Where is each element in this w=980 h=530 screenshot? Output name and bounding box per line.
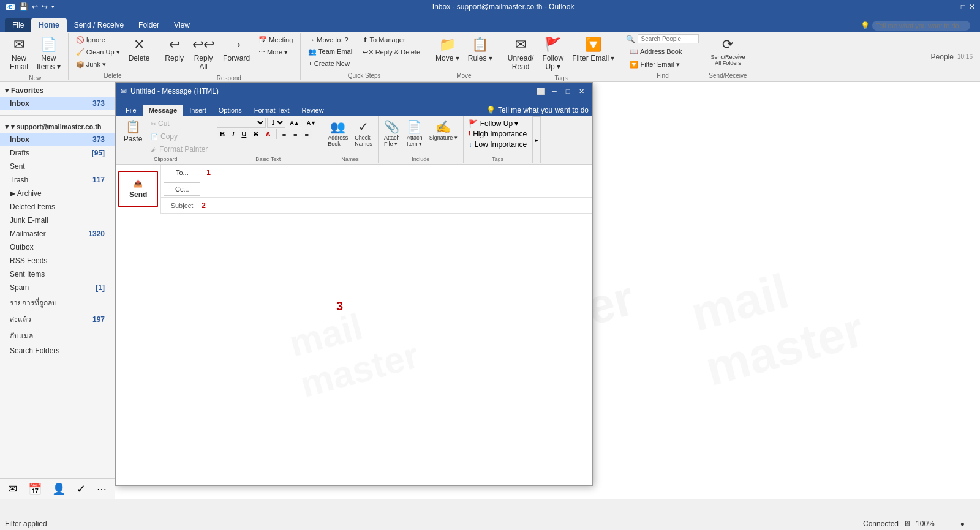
sidebar-item-junk[interactable]: Junk E-mail [0, 214, 115, 227]
compose-min-btn[interactable]: ─ [548, 86, 560, 97]
search-people-input[interactable] [638, 34, 699, 43]
sidebar-item-inbox-fav[interactable]: Inbox 373 [0, 97, 115, 110]
favorites-header[interactable]: ▾ Favorites [0, 84, 115, 97]
nav-calendar-icon[interactable]: 📅 [28, 482, 42, 496]
tab-home[interactable]: Home [31, 18, 66, 32]
compose-restore-btn[interactable]: □ [562, 86, 574, 97]
address-book-button[interactable]: 📖 Address Book [626, 46, 685, 58]
align-left-btn[interactable]: ≡ [279, 129, 289, 139]
delete-button[interactable]: ✕ Delete [125, 34, 154, 65]
strikethrough-btn[interactable]: S [251, 129, 261, 139]
font-color-btn[interactable]: A [263, 129, 274, 139]
to-input[interactable] [203, 166, 592, 179]
nav-mail-icon[interactable]: ✉ [8, 482, 17, 496]
move-button[interactable]: 📁 Move ▾ [432, 34, 463, 65]
move-to-button[interactable]: → Move to: ? [304, 34, 357, 45]
font-name-select[interactable] [217, 118, 266, 128]
to-manager-button[interactable]: ⬆ To Manager [359, 34, 424, 46]
tab-file[interactable]: File [5, 18, 31, 32]
sidebar-item-thai2[interactable]: ส่งแล้ว 197 [0, 311, 115, 327]
sidebar-item-drafts[interactable]: Drafts [95] [0, 146, 115, 160]
compose-tab-format-text[interactable]: Format Text [248, 105, 296, 116]
font-size-select[interactable]: 11 [267, 118, 285, 128]
sidebar-item-outbox[interactable]: Outbox [0, 241, 115, 254]
more-respond-button[interactable]: ⋯ More ▾ [255, 47, 296, 58]
tell-me-input[interactable] [872, 21, 970, 31]
copy-button[interactable]: 📄 Copy [147, 130, 211, 143]
tell-me-bar[interactable]: 💡 [856, 21, 975, 31]
sidebar-item-deleted[interactable]: Deleted Items [0, 200, 115, 214]
compose-tab-file[interactable]: File [119, 105, 143, 116]
follow-up-button[interactable]: 🚩 FollowUp ▾ [538, 34, 567, 73]
meeting-button[interactable]: 📅 Meeting [255, 34, 296, 46]
align-right-btn[interactable]: ≡ [301, 129, 311, 139]
ignore-button[interactable]: 🚫 Ignore [72, 34, 124, 46]
attach-item-btn[interactable]: 📄 AttachItem ▾ [404, 118, 426, 149]
compose-expand-btn[interactable]: ⬜ [535, 86, 547, 97]
sidebar-item-archive[interactable]: ▶ Archive [0, 187, 115, 200]
align-center-btn[interactable]: ≡ [290, 129, 300, 139]
save-qa-icon[interactable]: 💾 [19, 2, 28, 11]
nav-more-icon[interactable]: ⋯ [97, 483, 107, 495]
compose-tab-options[interactable]: Options [213, 105, 248, 116]
undo-qa-icon[interactable]: ↩ [32, 2, 38, 11]
new-email-button[interactable]: ✉ NewEmail [6, 34, 32, 73]
subject-input[interactable] [198, 199, 592, 212]
compose-tell-me[interactable]: 💡 Tell me what you want to do [486, 106, 589, 114]
sidebar-item-thai3[interactable]: อับแมล [0, 327, 115, 344]
compose-tab-message[interactable]: Message [143, 105, 183, 116]
format-painter-button[interactable]: 🖌 Format Painter [147, 143, 211, 155]
cleanup-button[interactable]: 🧹 Clean Up ▾ [72, 47, 124, 58]
close-icon[interactable]: ✕ [969, 2, 975, 11]
compose-body-input[interactable] [116, 214, 592, 485]
reply-button[interactable]: ↩ Reply [161, 34, 187, 65]
sidebar-item-search-folders[interactable]: Search Folders [0, 344, 115, 357]
send-receive-all-button[interactable]: ⟳ Send/ReceiveAll Folders [707, 34, 748, 69]
shrink-font-btn[interactable]: A▼ [304, 119, 319, 127]
cc-button[interactable]: Cc... [164, 182, 200, 196]
sidebar-item-sent[interactable]: Sent [0, 160, 115, 173]
to-button[interactable]: To... [164, 166, 200, 179]
filter-email2-button[interactable]: 🔽 Filter Email ▾ [626, 59, 683, 70]
customize-qa-icon[interactable]: ▾ [51, 4, 55, 10]
create-new-button[interactable]: + Create New [304, 58, 357, 69]
zoom-slider[interactable]: ────●── [940, 520, 975, 528]
sidebar-item-rss[interactable]: RSS Feeds [0, 254, 115, 267]
high-importance-btn[interactable]: ! High Importance [466, 129, 529, 139]
underline-btn[interactable]: U [238, 129, 249, 139]
redo-qa-icon[interactable]: ↪ [42, 2, 48, 11]
bold-btn[interactable]: B [217, 129, 228, 139]
forward-button[interactable]: → Forward [219, 34, 254, 65]
cc-input[interactable] [203, 182, 592, 196]
rules-button[interactable]: 📋 Rules ▾ [464, 34, 496, 65]
reply-all-button[interactable]: ↩↩ ReplyAll [189, 34, 218, 73]
compose-tab-insert[interactable]: Insert [183, 105, 213, 116]
address-book-btn[interactable]: 👥 AddressBook [325, 118, 351, 149]
restore-icon[interactable]: □ [961, 2, 965, 11]
team-email-button[interactable]: 👥 Team Email [304, 46, 357, 58]
nav-tasks-icon[interactable]: ✓ [77, 482, 86, 496]
junk-button[interactable]: 📦 Junk ▾ [72, 59, 124, 70]
reply-delete-button[interactable]: ↩✕ Reply & Delete [359, 47, 424, 58]
check-names-btn[interactable]: ✓ CheckNames [352, 118, 375, 149]
low-importance-btn[interactable]: ↓ Low Importance [466, 140, 529, 149]
account-header[interactable]: ▾ ▾ support@mailmaster.co.th [0, 121, 115, 133]
follow-up-tag-btn[interactable]: 🚩 Follow Up ▾ [466, 119, 521, 129]
nav-contacts-icon[interactable]: 👤 [52, 482, 66, 496]
tab-folder[interactable]: Folder [131, 18, 167, 32]
new-items-button[interactable]: 📄 NewItems ▾ [33, 34, 64, 73]
sidebar-item-spam[interactable]: Spam [1] [0, 281, 115, 294]
tab-send-receive[interactable]: Send / Receive [67, 18, 131, 32]
attach-file-btn[interactable]: 📎 AttachFile ▾ [381, 118, 403, 149]
min-icon[interactable]: ─ [952, 2, 957, 11]
compose-tab-review[interactable]: Review [296, 105, 330, 116]
sidebar-item-inbox[interactable]: Inbox 373 [0, 133, 115, 146]
grow-font-btn[interactable]: A▲ [287, 119, 302, 127]
compose-close-btn[interactable]: ✕ [575, 86, 587, 97]
unread-read-button[interactable]: ✉ Unread/Read [504, 34, 538, 73]
sidebar-item-thai1[interactable]: รายการที่ถูกลบ [0, 294, 115, 311]
send-button[interactable]: 📤 Send [118, 171, 158, 207]
ribbon-scroll-right[interactable]: ▸ [532, 116, 541, 163]
sidebar-item-mailmaster[interactable]: Mailmaster 1320 [0, 227, 115, 241]
paste-button[interactable]: 📋 Paste [119, 118, 146, 145]
